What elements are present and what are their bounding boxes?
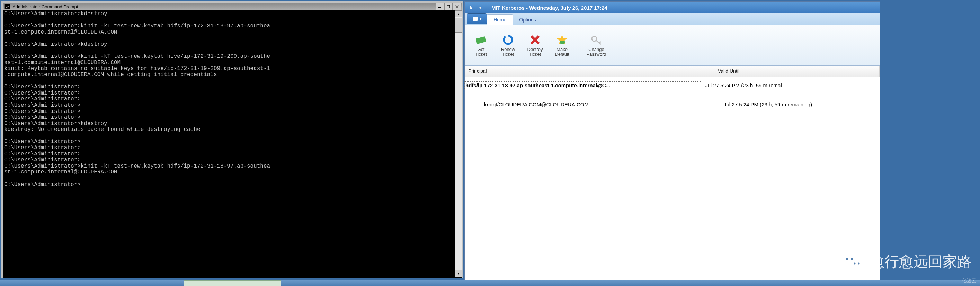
- svg-point-18: [854, 263, 856, 265]
- svg-point-16: [846, 258, 848, 260]
- svg-line-13: [600, 41, 601, 43]
- destroy-icon: [529, 34, 541, 46]
- titlebar-separator: [488, 4, 488, 11]
- svg-rect-10: [560, 41, 565, 44]
- make-default-label-2: Default: [555, 52, 569, 57]
- ribbon-tab-row: ▾ Home Options: [465, 13, 880, 25]
- key-icon: [590, 34, 602, 46]
- cmd-scrollbar[interactable]: ▲ ▼: [455, 10, 462, 277]
- close-button[interactable]: [453, 3, 461, 10]
- password-group: Change Password: [583, 33, 613, 59]
- destroy-ticket-label-2: Ticket: [529, 52, 541, 57]
- ticket-principal: krbtgt/CLOUDERA.COM@CLOUDERA.COM: [484, 101, 720, 108]
- kerberos-window: k ▼ MIT Kerberos - Wednesday, July 26, 2…: [464, 2, 880, 283]
- maximize-button[interactable]: [444, 3, 453, 10]
- change-password-label-2: Password: [586, 52, 606, 57]
- kerberos-app-icon: k: [468, 4, 474, 11]
- renew-ticket-label-2: Ticket: [502, 52, 514, 57]
- ticket-icon: [475, 34, 487, 46]
- renew-icon: [502, 34, 514, 46]
- ticket-principal: hdfs/ip-172-31-18-97.ap-southeast-1.comp…: [465, 81, 702, 89]
- quick-dropdown-icon[interactable]: ▼: [477, 4, 484, 11]
- krb-titlebar[interactable]: k ▼ MIT Kerberos - Wednesday, July 26, 2…: [465, 2, 880, 13]
- cmd-title: Administrator: Command Prompt: [13, 4, 78, 10]
- ribbon-toolbar: Get Ticket Renew Ticket Destroy Ticket: [465, 25, 880, 66]
- watermark-text: 愈行愈远回家路: [870, 252, 972, 272]
- cmd-titlebar[interactable]: C:\ Administrator: Command Prompt: [3, 3, 462, 10]
- scroll-up-button[interactable]: ▲: [455, 10, 462, 17]
- column-principal[interactable]: Principal: [465, 66, 714, 76]
- get-ticket-button[interactable]: Get Ticket: [468, 33, 495, 59]
- svg-point-15: [850, 259, 864, 270]
- destroy-ticket-button[interactable]: Destroy Ticket: [522, 33, 549, 59]
- svg-rect-1: [447, 5, 450, 8]
- ticket-list: hdfs/ip-172-31-18-97.ap-southeast-1.comp…: [465, 77, 880, 113]
- svg-point-19: [858, 263, 860, 265]
- krb-title: MIT Kerberos - Wednesday, July 26, 2017 …: [492, 5, 608, 11]
- tab-home[interactable]: Home: [487, 14, 513, 25]
- cmd-terminal-output[interactable]: C:\Users\Administrator>kdestroy C:\Users…: [3, 10, 462, 278]
- svg-rect-5: [476, 36, 487, 44]
- tab-options[interactable]: Options: [513, 14, 542, 25]
- destroy-ticket-label-1: Destroy: [527, 47, 543, 52]
- svg-point-17: [851, 258, 853, 260]
- command-prompt-window: C:\ Administrator: Command Prompt C:\Use…: [2, 2, 463, 278]
- scroll-thumb[interactable]: [455, 18, 462, 33]
- make-default-button[interactable]: Make Default: [549, 33, 576, 59]
- ticket-list-header: Principal Valid Until: [465, 66, 880, 77]
- wechat-icon: [841, 251, 865, 272]
- ticket-row[interactable]: hdfs/ip-172-31-18-97.ap-southeast-1.comp…: [465, 79, 880, 92]
- taskbar[interactable]: [0, 280, 980, 286]
- ticket-valid-until: Jul 27 5:24 PM (23 h, 59 m remaining): [720, 101, 869, 108]
- get-ticket-label-2: Ticket: [475, 52, 487, 57]
- watermark: 愈行愈远回家路: [841, 251, 972, 272]
- renew-ticket-label-1: Renew: [501, 47, 515, 52]
- taskbar-item[interactable]: [183, 280, 281, 286]
- change-password-button[interactable]: Change Password: [583, 33, 610, 59]
- star-icon: [556, 34, 568, 46]
- minimize-button[interactable]: [436, 3, 444, 10]
- scroll-down-button[interactable]: ▼: [455, 270, 462, 277]
- ticket-group: Get Ticket Renew Ticket Destroy Ticket: [468, 33, 579, 59]
- ticket-valid-until: Jul 27 5:24 PM (23 h, 59 m remai...: [702, 82, 851, 89]
- column-valid-until[interactable]: Valid Until: [714, 66, 867, 76]
- change-password-label-1: Change: [589, 47, 604, 52]
- svg-rect-4: [473, 17, 477, 21]
- app-menu-button[interactable]: ▾: [467, 13, 487, 24]
- get-ticket-label-1: Get: [477, 47, 485, 52]
- ticket-row[interactable]: krbtgt/CLOUDERA.COM@CLOUDERA.COM Jul 27 …: [465, 98, 880, 111]
- make-default-label-1: Make: [557, 47, 568, 52]
- renew-ticket-button[interactable]: Renew Ticket: [495, 33, 522, 59]
- cmd-icon: C:\: [4, 4, 10, 10]
- column-spacer: [867, 66, 880, 76]
- watermark-small: 亿速云: [962, 278, 977, 284]
